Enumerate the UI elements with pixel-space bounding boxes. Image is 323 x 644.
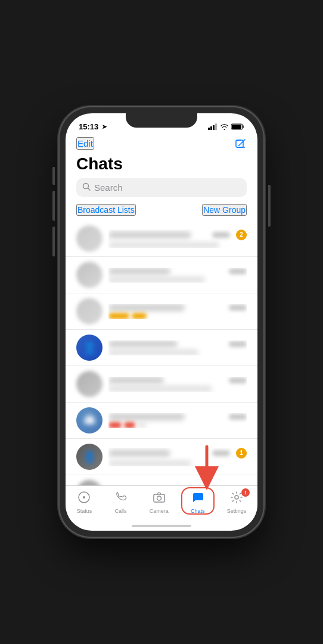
chat-name-row xyxy=(108,377,247,384)
svg-point-13 xyxy=(235,496,238,499)
chat-content xyxy=(108,340,247,355)
chat-msg-blur xyxy=(138,422,146,428)
chat-content xyxy=(108,268,247,283)
chat-time-blur xyxy=(212,232,230,238)
chat-badge: 2 xyxy=(236,230,247,240)
chat-msg-highlight xyxy=(108,313,129,319)
svg-rect-2 xyxy=(213,125,215,130)
list-item[interactable]: 👤 xyxy=(66,330,257,366)
chat-time-blur xyxy=(229,414,247,420)
phone-screen: 15:13 ➤ xyxy=(66,113,257,531)
chat-name-row xyxy=(108,340,247,348)
chat-msg-blur xyxy=(108,349,198,355)
avatar: 🏔 xyxy=(76,407,103,434)
chat-list: 2 xyxy=(66,221,257,485)
list-item[interactable]: 👤 1 xyxy=(66,439,257,475)
battery-icon xyxy=(231,123,244,130)
list-item[interactable] xyxy=(66,257,257,293)
chat-name-row xyxy=(108,304,247,311)
status-time: 15:13 xyxy=(79,122,98,131)
chat-name-blur xyxy=(108,268,170,275)
chat-msg-red xyxy=(108,422,122,428)
chat-msg-blur xyxy=(108,242,219,248)
chat-time-blur xyxy=(229,341,247,347)
volume-up-button xyxy=(52,191,55,221)
tab-chats[interactable]: Chats xyxy=(191,491,205,514)
list-item[interactable] xyxy=(66,366,257,402)
tab-camera-label: Camera xyxy=(150,508,169,514)
chat-name-blur xyxy=(108,231,191,239)
svg-point-10 xyxy=(83,496,85,499)
tab-settings-label: Settings xyxy=(227,508,247,514)
list-item[interactable]: 🏔 xyxy=(66,402,257,439)
tab-settings[interactable]: 1 Settings xyxy=(227,491,247,514)
chat-name-blur xyxy=(108,450,170,457)
chat-msg-red2 xyxy=(124,422,135,428)
avatar xyxy=(76,262,103,288)
page-title: Chats xyxy=(66,154,257,178)
chat-msg-blur xyxy=(108,277,205,283)
chats-tab-icon xyxy=(191,491,204,507)
silent-switch xyxy=(52,227,55,256)
chat-name-row: 1 xyxy=(108,448,247,459)
chat-content xyxy=(108,377,247,392)
avatar xyxy=(76,225,103,252)
notch xyxy=(126,113,197,128)
phone-frame: 15:13 ➤ xyxy=(60,107,263,537)
svg-rect-11 xyxy=(154,494,164,502)
chat-name-row xyxy=(108,413,247,420)
chat-name-blur xyxy=(108,340,178,348)
chat-content: 2 xyxy=(108,230,247,248)
search-icon xyxy=(82,182,91,193)
chat-name-blur xyxy=(108,413,185,420)
wifi-icon xyxy=(220,123,229,130)
search-bar[interactable]: Search xyxy=(76,178,247,197)
volume-down-button xyxy=(52,167,55,185)
tab-status[interactable]: Status xyxy=(77,491,92,514)
chat-msg-blur xyxy=(108,386,212,392)
chat-msg-highlight2 xyxy=(132,313,147,319)
avatar: 👤 xyxy=(76,335,103,361)
chat-badge: 1 xyxy=(236,448,247,459)
tab-camera[interactable]: Camera xyxy=(150,491,169,514)
list-item[interactable] xyxy=(66,475,257,485)
svg-rect-1 xyxy=(210,126,212,130)
chat-time-blur xyxy=(229,305,247,311)
tab-calls[interactable]: Calls xyxy=(114,491,127,514)
broadcast-lists-button[interactable]: Broadcast Lists xyxy=(76,204,136,216)
chat-time-blur xyxy=(229,377,247,383)
filter-bar: Broadcast Lists New Group xyxy=(66,203,257,221)
chat-msg-row xyxy=(108,242,247,248)
svg-rect-0 xyxy=(208,128,210,130)
nav-bar: Edit xyxy=(66,136,257,154)
svg-rect-5 xyxy=(232,125,241,129)
chat-content xyxy=(108,304,247,319)
chat-msg-row xyxy=(108,460,247,466)
compose-icon[interactable] xyxy=(235,138,247,150)
avatar xyxy=(76,371,103,397)
new-group-button[interactable]: New Group xyxy=(202,204,247,216)
chat-name-blur xyxy=(108,304,185,311)
chat-msg-row xyxy=(108,313,247,319)
chat-name-row xyxy=(108,268,247,275)
svg-rect-3 xyxy=(215,123,217,130)
svg-rect-6 xyxy=(236,140,243,147)
chat-content: 1 xyxy=(108,448,247,466)
location-icon: ➤ xyxy=(102,123,107,130)
tab-calls-label: Calls xyxy=(114,508,126,514)
svg-point-12 xyxy=(157,496,161,500)
settings-badge: 1 xyxy=(241,488,250,497)
avatar: 👤 xyxy=(76,444,103,470)
avatar xyxy=(76,480,103,485)
home-indicator xyxy=(132,525,191,527)
list-item[interactable]: 2 xyxy=(66,221,257,257)
list-item[interactable] xyxy=(66,293,257,330)
status-right xyxy=(208,123,244,130)
calls-tab-icon xyxy=(114,491,127,507)
camera-tab-icon xyxy=(153,491,166,507)
chat-time-blur xyxy=(229,268,247,274)
chat-msg-row xyxy=(108,277,247,283)
svg-line-8 xyxy=(88,188,91,191)
edit-button[interactable]: Edit xyxy=(76,137,94,150)
chat-msg-row xyxy=(108,422,247,428)
